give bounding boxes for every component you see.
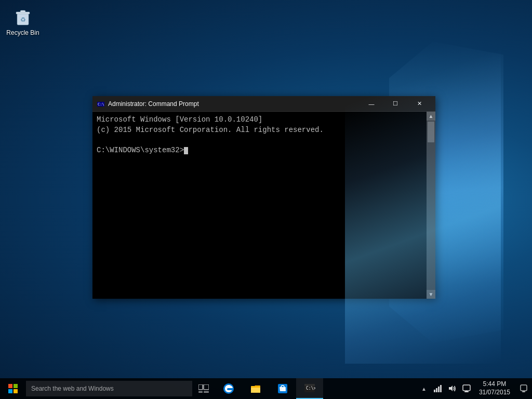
desktop: ♻ Recycle Bin C:\ Administrator: Command… — [0, 0, 532, 399]
svg-rect-10 — [14, 389, 18, 393]
task-view-button[interactable] — [192, 378, 215, 399]
close-button[interactable]: ✕ — [407, 96, 431, 112]
cmd-content-wrapper: Microsoft Windows [Version 10.0.10240] (… — [92, 112, 435, 299]
tray-date: 31/07/2015 — [479, 389, 510, 397]
taskbar-app-cmd[interactable]: C:\>_ — [296, 378, 323, 399]
svg-text:C:\>_: C:\>_ — [306, 386, 315, 391]
search-bar-placeholder: Search the web and Windows — [31, 385, 114, 392]
svg-rect-28 — [463, 385, 470, 391]
tray-icons — [430, 378, 474, 399]
maximize-button[interactable]: ☐ — [383, 96, 407, 112]
notifications-button[interactable] — [515, 378, 532, 399]
taskbar-apps: 🛍 C:\>_ — [215, 378, 323, 399]
notifications-icon — [520, 384, 527, 393]
task-view-icon — [198, 384, 209, 393]
cmd-line-4: C:\WINDOWS\system32> — [97, 145, 422, 156]
svg-rect-25 — [438, 387, 440, 392]
tray-clock[interactable]: 5:44 PM 31/07/2015 — [474, 378, 515, 399]
start-icon — [8, 384, 18, 393]
action-center-icon[interactable] — [459, 378, 474, 399]
cmd-window[interactable]: C:\ Administrator: Command Prompt — ☐ ✕ … — [92, 96, 435, 299]
taskbar: Search the web and Windows — [0, 378, 532, 399]
taskbar-app-store[interactable]: 🛍 — [269, 378, 296, 399]
tray-time: 5:44 PM — [483, 380, 507, 389]
taskbar-app-file-explorer[interactable] — [242, 378, 269, 399]
scrollbar-track[interactable] — [427, 121, 435, 290]
recycle-bin-label: Recycle Bin — [6, 29, 39, 36]
minimize-button[interactable]: — — [360, 96, 383, 112]
cmd-scrollbar[interactable]: ▲ ▼ — [427, 112, 435, 299]
cmd-title-text: Administrator: Command Prompt — [108, 100, 360, 108]
recycle-bin-svg: ♻ — [12, 6, 33, 27]
recycle-bin-icon[interactable]: ♻ Recycle Bin — [4, 4, 42, 38]
search-bar[interactable]: Search the web and Windows — [26, 381, 192, 396]
svg-rect-12 — [204, 384, 209, 390]
svg-text:♻: ♻ — [20, 16, 26, 23]
cmd-line-2: (c) 2015 Microsoft Corporation. All righ… — [97, 125, 422, 136]
svg-rect-31 — [521, 385, 527, 391]
file-explorer-icon — [249, 382, 262, 395]
cmd-line-3 — [97, 135, 422, 145]
volume-icon[interactable] — [445, 378, 459, 399]
svg-rect-29 — [464, 391, 469, 392]
svg-rect-26 — [440, 385, 442, 392]
start-button[interactable] — [0, 378, 26, 399]
tray-chevron[interactable]: ▲ — [418, 378, 430, 399]
cmd-titlebar: C:\ Administrator: Command Prompt — ☐ ✕ — [92, 96, 435, 112]
cmd-titlebar-buttons: — ☐ ✕ — [360, 96, 431, 112]
svg-rect-24 — [436, 388, 437, 392]
svg-rect-11 — [198, 384, 203, 390]
tray-area: ▲ — [418, 378, 532, 399]
svg-rect-8 — [14, 384, 18, 388]
svg-rect-9 — [8, 389, 12, 393]
edge-icon — [222, 382, 235, 395]
network-icon[interactable] — [430, 378, 445, 399]
cmd-content[interactable]: Microsoft Windows [Version 10.0.10240] (… — [92, 112, 427, 299]
svg-rect-32 — [522, 391, 525, 392]
cmd-line-1: Microsoft Windows [Version 10.0.10240] — [97, 115, 422, 125]
scrollbar-down-button[interactable]: ▼ — [427, 290, 435, 299]
scrollbar-thumb[interactable] — [428, 122, 434, 142]
svg-marker-27 — [449, 385, 453, 391]
svg-rect-7 — [8, 384, 12, 388]
svg-text:C:\: C:\ — [98, 102, 104, 107]
svg-rect-14 — [204, 391, 209, 393]
store-icon: 🛍 — [276, 382, 289, 395]
svg-rect-13 — [198, 391, 203, 393]
taskbar-app-edge[interactable] — [215, 378, 242, 399]
svg-rect-2 — [20, 10, 25, 12]
scrollbar-up-button[interactable]: ▲ — [427, 112, 435, 121]
cmd-taskbar-icon: C:\>_ — [303, 382, 316, 394]
svg-rect-17 — [251, 388, 260, 393]
svg-rect-23 — [434, 390, 435, 392]
cmd-title-icon: C:\ — [97, 100, 105, 108]
